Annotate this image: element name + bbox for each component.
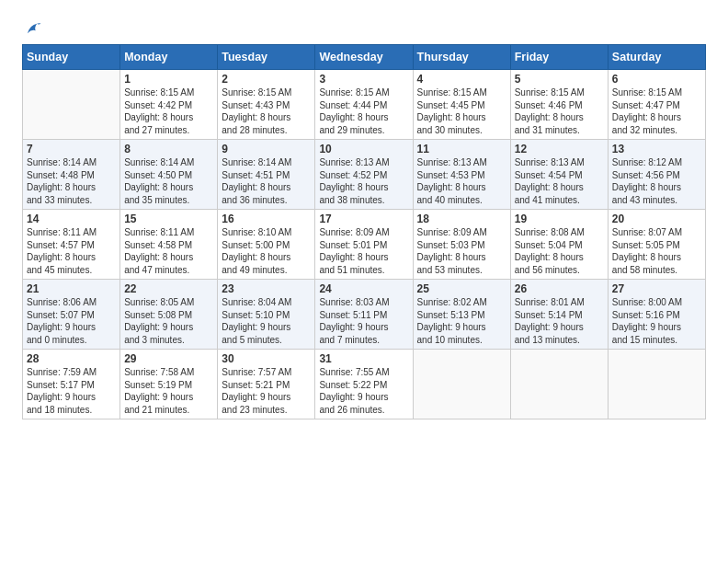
day-number: 20 (612, 213, 701, 225)
calendar-cell: 31Sunrise: 7:55 AMSunset: 5:22 PMDayligh… (315, 350, 413, 419)
cell-line: Sunrise: 7:58 AM (124, 366, 213, 379)
cell-line: Daylight: 8 hours (124, 251, 213, 264)
cell-line: Sunset: 5:22 PM (319, 379, 408, 392)
cell-line: Sunset: 5:11 PM (319, 309, 408, 322)
calendar-cell (510, 350, 608, 419)
cell-content: 12Sunrise: 8:13 AMSunset: 4:54 PMDayligh… (515, 143, 604, 206)
cell-content: 29Sunrise: 7:58 AMSunset: 5:19 PMDayligh… (124, 352, 213, 416)
cell-line: Sunrise: 7:55 AM (319, 366, 408, 379)
cell-line: Daylight: 9 hours (222, 321, 311, 334)
cell-line: Sunset: 4:58 PM (124, 239, 213, 252)
weekday-header: Wednesday (315, 45, 413, 70)
cell-line: Daylight: 8 hours (612, 181, 701, 194)
calendar-cell (608, 350, 705, 419)
cell-line: and 33 minutes. (27, 194, 116, 207)
cell-line: Sunrise: 8:14 AM (124, 156, 213, 169)
cell-line: Daylight: 8 hours (612, 251, 701, 264)
cell-line: Sunset: 4:48 PM (27, 169, 116, 182)
cell-line: Sunrise: 8:15 AM (124, 86, 213, 99)
calendar-cell: 8Sunrise: 8:14 AMSunset: 4:50 PMDaylight… (120, 140, 218, 210)
calendar-cell: 11Sunrise: 8:13 AMSunset: 4:53 PMDayligh… (413, 140, 510, 210)
cell-line: and 5 minutes. (222, 334, 311, 347)
cell-line: Sunrise: 8:07 AM (612, 226, 701, 239)
cell-line: Daylight: 8 hours (417, 111, 506, 124)
day-number: 17 (319, 213, 408, 225)
calendar-cell: 2Sunrise: 8:15 AMSunset: 4:43 PMDaylight… (218, 70, 315, 140)
day-number: 8 (124, 143, 213, 155)
cell-line: Sunset: 5:07 PM (27, 309, 116, 322)
calendar-cell: 12Sunrise: 8:13 AMSunset: 4:54 PMDayligh… (510, 140, 608, 210)
cell-line: Sunset: 5:01 PM (319, 239, 408, 252)
calendar-cell: 20Sunrise: 8:07 AMSunset: 5:05 PMDayligh… (608, 210, 705, 280)
cell-line: Sunrise: 8:13 AM (417, 156, 506, 169)
day-number: 9 (222, 143, 311, 155)
day-number: 6 (612, 73, 701, 86)
cell-content: 1Sunrise: 8:15 AMSunset: 4:42 PMDaylight… (124, 73, 213, 136)
cell-line: Sunset: 4:45 PM (417, 99, 506, 112)
cell-line: Sunrise: 8:05 AM (124, 296, 213, 309)
cell-line: Sunrise: 8:11 AM (124, 226, 213, 239)
cell-line: Sunset: 5:16 PM (612, 309, 701, 322)
cell-content: 26Sunrise: 8:01 AMSunset: 5:14 PMDayligh… (515, 282, 604, 346)
cell-line: and 51 minutes. (319, 264, 408, 277)
cell-line: Daylight: 9 hours (124, 321, 213, 334)
cell-line: and 35 minutes. (124, 194, 213, 207)
day-number: 15 (124, 213, 213, 225)
cell-line: and 18 minutes. (27, 404, 116, 417)
cell-content: 11Sunrise: 8:13 AMSunset: 4:53 PMDayligh… (417, 143, 506, 206)
cell-line: Sunrise: 8:06 AM (27, 296, 116, 309)
cell-content: 5Sunrise: 8:15 AMSunset: 4:46 PMDaylight… (515, 73, 604, 136)
calendar-cell: 6Sunrise: 8:15 AMSunset: 4:47 PMDaylight… (608, 70, 705, 140)
calendar-cell: 26Sunrise: 8:01 AMSunset: 5:14 PMDayligh… (510, 280, 608, 350)
weekday-header: Sunday (23, 45, 120, 70)
calendar-week-row: 28Sunrise: 7:59 AMSunset: 5:17 PMDayligh… (23, 350, 706, 419)
cell-line: Sunrise: 8:00 AM (612, 296, 701, 309)
cell-line: and 29 minutes. (319, 124, 408, 137)
cell-line: and 49 minutes. (222, 264, 311, 277)
day-number: 19 (515, 213, 604, 225)
cell-line: Daylight: 9 hours (124, 391, 213, 404)
cell-line: Daylight: 8 hours (319, 111, 408, 124)
calendar-cell: 1Sunrise: 8:15 AMSunset: 4:42 PMDaylight… (120, 70, 218, 140)
cell-line: and 10 minutes. (417, 334, 506, 347)
cell-line: Sunset: 4:50 PM (124, 169, 213, 182)
cell-line: Daylight: 8 hours (612, 111, 701, 124)
cell-line: Sunset: 5:10 PM (222, 309, 311, 322)
day-number: 29 (124, 352, 213, 365)
cell-line: Sunset: 5:00 PM (222, 239, 311, 252)
cell-line: Sunset: 4:52 PM (319, 169, 408, 182)
cell-line: Sunset: 4:54 PM (515, 169, 604, 182)
cell-line: Sunset: 5:13 PM (417, 309, 506, 322)
cell-line: and 3 minutes. (124, 334, 213, 347)
cell-line: and 21 minutes. (124, 404, 213, 417)
cell-line: Daylight: 8 hours (222, 111, 311, 124)
cell-line: Sunset: 4:53 PM (417, 169, 506, 182)
day-number: 11 (417, 143, 506, 155)
cell-line: Daylight: 8 hours (319, 181, 408, 194)
cell-line: Sunset: 4:47 PM (612, 99, 701, 112)
weekday-header-row: SundayMondayTuesdayWednesdayThursdayFrid… (23, 45, 706, 70)
calendar-cell: 9Sunrise: 8:14 AMSunset: 4:51 PMDaylight… (218, 140, 315, 210)
cell-line: Sunset: 4:43 PM (222, 99, 311, 112)
cell-line: Daylight: 9 hours (27, 391, 116, 404)
cell-line: Sunrise: 8:02 AM (417, 296, 506, 309)
cell-line: and 13 minutes. (515, 334, 604, 347)
day-number: 4 (417, 73, 506, 86)
cell-line: Sunrise: 8:15 AM (612, 86, 701, 99)
cell-line: Sunset: 5:03 PM (417, 239, 506, 252)
cell-line: Sunset: 4:44 PM (319, 99, 408, 112)
calendar-cell: 29Sunrise: 7:58 AMSunset: 5:19 PMDayligh… (120, 350, 218, 419)
cell-line: and 32 minutes. (612, 124, 701, 137)
calendar-cell: 24Sunrise: 8:03 AMSunset: 5:11 PMDayligh… (315, 280, 413, 350)
day-number: 21 (27, 282, 116, 295)
cell-line: Sunrise: 8:09 AM (417, 226, 506, 239)
cell-line: Sunset: 5:17 PM (27, 379, 116, 392)
cell-line: and 0 minutes. (27, 334, 116, 347)
calendar-cell: 15Sunrise: 8:11 AMSunset: 4:58 PMDayligh… (120, 210, 218, 280)
calendar-header: SundayMondayTuesdayWednesdayThursdayFrid… (23, 45, 706, 70)
cell-line: Daylight: 8 hours (417, 181, 506, 194)
day-number: 25 (417, 282, 506, 295)
cell-line: Sunset: 4:51 PM (222, 169, 311, 182)
cell-content: 8Sunrise: 8:14 AMSunset: 4:50 PMDaylight… (124, 143, 213, 206)
day-number: 23 (222, 282, 311, 295)
